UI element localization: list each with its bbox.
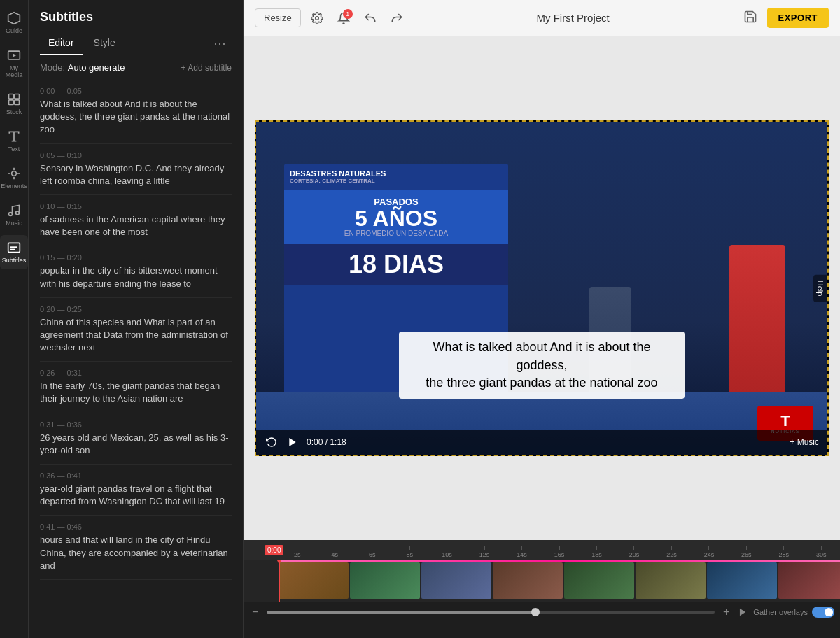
- panel-header: Subtitles Editor Style ⋯: [29, 0, 243, 55]
- zoom-slider[interactable]: [267, 611, 715, 614]
- zoom-out-button[interactable]: −: [249, 604, 261, 620]
- scrubber-thumbnail[interactable]: [421, 562, 491, 599]
- save-icon: [743, 10, 757, 24]
- zoom-slider-thumb[interactable]: [531, 608, 540, 616]
- subtitle-text: year-old giant pandas travel on a flight…: [40, 483, 232, 508]
- subtitle-item[interactable]: 0:10 — 0:15 of sadness in the American c…: [40, 195, 232, 246]
- sidebar-item-music-label: Music: [6, 220, 22, 227]
- scrubber-thumbnail[interactable]: [778, 562, 840, 599]
- subtitle-time: 0:36 — 0:41: [40, 472, 232, 480]
- subtitle-time: 0:10 — 0:15: [40, 202, 232, 211]
- news-graphic-days: 18 DIAS: [290, 250, 503, 279]
- settings-button[interactable]: [307, 8, 328, 29]
- scrubber-thumbnail[interactable]: [707, 562, 777, 599]
- timeline-bottom: − + Gather overlays: [244, 602, 840, 621]
- scrubber-thumbnail[interactable]: [636, 562, 706, 599]
- news-graphic-header: DESASTRES NATURALES CORTESIA: CLIMATE CE…: [284, 164, 508, 190]
- subtitle-item[interactable]: 0:00 — 0:05 What is talked about And it …: [40, 80, 232, 144]
- sidebar-item-media[interactable]: My Media: [0, 43, 28, 84]
- resize-button[interactable]: Resize: [255, 8, 301, 27]
- topbar-left: Resize 1: [255, 8, 407, 29]
- topbar-center: My First Project: [413, 12, 734, 24]
- topbar-right: EXPORT: [739, 6, 829, 30]
- subtitle-item[interactable]: 0:15 — 0:20 popular in the city of his b…: [40, 246, 232, 297]
- subtitle-time: 0:15 — 0:20: [40, 253, 232, 262]
- music-add-button[interactable]: + Music: [790, 437, 819, 447]
- tab-style[interactable]: Style: [85, 31, 124, 55]
- subtitle-item[interactable]: 0:31 — 0:36 26 years old and Mexican, 25…: [40, 413, 232, 465]
- main-area: Resize 1: [244, 0, 840, 638]
- gather-overlays-toggle[interactable]: [812, 607, 834, 618]
- timeline-ticks: 2s4s6s8s10s12s14s16s18s20s22s24s26s28s30…: [279, 540, 840, 560]
- subtitle-text: of sadness in the American capital where…: [40, 213, 232, 239]
- sidebar: Guide My Media Stock Text Elements: [0, 0, 29, 638]
- timeline-tick: 26s: [728, 540, 765, 560]
- news-graphic-bottom: 18 DIAS: [284, 244, 508, 285]
- scrubber-thumbnail[interactable]: [279, 562, 349, 599]
- export-button[interactable]: EXPORT: [767, 8, 829, 28]
- sidebar-item-guide[interactable]: Guide: [0, 6, 28, 40]
- sidebar-item-text[interactable]: Text: [0, 124, 28, 158]
- subtitle-text: popular in the city of his bittersweet m…: [40, 264, 232, 290]
- zoom-in-button[interactable]: +: [720, 604, 732, 620]
- timeline-tick: 12s: [465, 540, 503, 560]
- anchor-right: [729, 245, 785, 413]
- timeline-playhead[interactable]: [279, 560, 280, 602]
- subtitle-item[interactable]: 0:26 — 0:31 In the early 70s, the giant …: [40, 362, 232, 413]
- subtitle-text: Sensory in Washington D.C. And they alre…: [40, 162, 232, 187]
- news-graphic-sub: CORTESIA: CLIMATE CENTRAL: [290, 178, 503, 184]
- scrubber-thumbnail[interactable]: [493, 562, 563, 599]
- play-button[interactable]: [286, 435, 300, 449]
- timeline-tick: 28s: [765, 540, 802, 560]
- video-controls: 0:00 / 1:18 + Music: [256, 430, 827, 455]
- tab-more-btn[interactable]: ⋯: [208, 33, 232, 54]
- svg-rect-3: [15, 94, 20, 99]
- sidebar-item-subtitles[interactable]: Subtitles: [0, 235, 28, 269]
- add-subtitle-btn[interactable]: + Add subtitle: [181, 63, 232, 73]
- topbar: Resize 1: [244, 0, 840, 36]
- panel-title: Subtitles: [40, 10, 232, 24]
- scrubber-track: [244, 560, 840, 602]
- timeline-scrubber[interactable]: [244, 560, 840, 602]
- subtitle-item[interactable]: 0:20 — 0:25 China of this species and Wh…: [40, 298, 232, 362]
- subtitle-item[interactable]: 0:36 — 0:41 year-old giant pandas travel…: [40, 465, 232, 516]
- sidebar-item-stock[interactable]: Stock: [0, 87, 28, 121]
- timeline-tick: 14s: [503, 540, 540, 560]
- undo-button[interactable]: [360, 8, 381, 29]
- tab-editor[interactable]: Editor: [40, 31, 83, 55]
- timeline-zero-marker: 0:00: [265, 545, 284, 555]
- restart-button[interactable]: [265, 435, 279, 449]
- subtitle-text: China of this species and What is part o…: [40, 316, 232, 355]
- subtitle-item[interactable]: 0:41 — 0:46 hours and that will land in …: [40, 516, 232, 580]
- save-button[interactable]: [739, 6, 762, 30]
- sidebar-item-music[interactable]: Music: [0, 198, 28, 232]
- scrubber-thumbnail[interactable]: [350, 562, 420, 599]
- svg-rect-4: [9, 100, 14, 105]
- sidebar-item-subtitles-label: Subtitles: [2, 257, 27, 264]
- news-graphic-main: PASADOS 5 AÑOS EN PROMEDIO UN DESA CADA: [284, 190, 508, 244]
- sidebar-item-elements[interactable]: Elements: [0, 161, 28, 195]
- subtitle-item[interactable]: 0:05 — 0:10 Sensory in Washington D.C. A…: [40, 144, 232, 195]
- subtitle-time: 0:05 — 0:10: [40, 151, 232, 160]
- sidebar-item-stock-label: Stock: [6, 108, 22, 115]
- redo-button[interactable]: [386, 8, 407, 29]
- subtitle-text: In the early 70s, the giant pandas that …: [40, 380, 232, 405]
- restart-icon: [266, 437, 277, 448]
- subtitle-text: hours and that will land in the city of …: [40, 534, 232, 572]
- timeline-ruler: 0:00 2s4s6s8s10s12s14s16s18s20s22s24s26s…: [244, 540, 840, 560]
- timeline-tick: 2s: [279, 540, 316, 560]
- notifications-button[interactable]: 1: [333, 8, 354, 29]
- gather-overlays-label: Gather overlays: [753, 608, 808, 616]
- play-icon: [287, 437, 298, 448]
- subtitle-overlay-text: What is talked about And it is about the…: [413, 339, 671, 392]
- undo-icon: [364, 12, 377, 24]
- timeline-tick: 30s: [803, 540, 840, 560]
- news-graphic-text2: 5 AÑOS: [291, 207, 501, 229]
- scrubber-thumbnail[interactable]: [564, 562, 634, 599]
- timeline-play-button[interactable]: [738, 607, 748, 617]
- project-title: My First Project: [537, 12, 610, 24]
- subtitle-time: 0:00 — 0:05: [40, 87, 232, 95]
- svg-point-10: [16, 211, 20, 215]
- zoom-slider-fill: [267, 611, 536, 614]
- help-button[interactable]: Help: [813, 275, 827, 302]
